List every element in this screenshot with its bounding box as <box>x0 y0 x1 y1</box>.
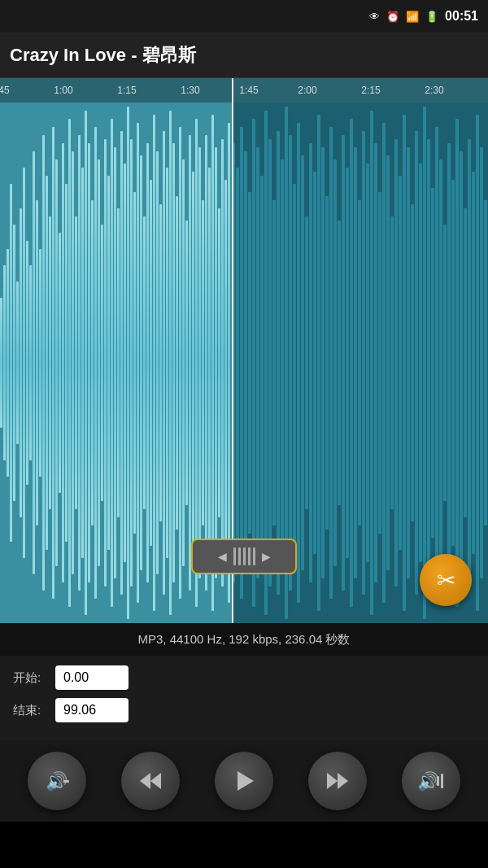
svg-rect-112 <box>394 139 398 587</box>
svg-rect-106 <box>370 111 373 615</box>
timeline-mark-4: 1:45 <box>239 85 258 96</box>
svg-rect-37 <box>120 131 123 595</box>
svg-rect-6 <box>20 208 22 517</box>
svg-rect-25 <box>81 168 84 558</box>
drag-handle[interactable]: ◀ ▶ <box>191 539 297 574</box>
svg-rect-93 <box>317 115 320 611</box>
start-label: 开始: <box>13 670 46 686</box>
svg-rect-14 <box>46 176 48 550</box>
svg-rect-70 <box>228 123 230 603</box>
svg-rect-33 <box>107 176 110 550</box>
scissors-button[interactable]: ✂ <box>420 554 472 606</box>
svg-rect-144 <box>441 774 443 788</box>
svg-rect-105 <box>366 164 369 562</box>
svg-rect-8 <box>26 241 28 485</box>
end-input[interactable] <box>55 698 129 722</box>
playback-controls: 🔊 🔊 <box>0 740 488 822</box>
svg-rect-49 <box>159 204 162 521</box>
svg-rect-16 <box>52 127 54 599</box>
svg-rect-26 <box>85 111 87 615</box>
svg-rect-17 <box>55 159 58 566</box>
svg-rect-117 <box>415 131 418 595</box>
svg-rect-87 <box>293 184 296 542</box>
end-time-row: 结束: <box>13 698 475 722</box>
svg-rect-59 <box>192 172 194 554</box>
svg-rect-41 <box>133 192 136 534</box>
svg-rect-18 <box>59 233 61 493</box>
svg-rect-123 <box>439 159 442 566</box>
svg-rect-27 <box>88 143 90 582</box>
svg-rect-131 <box>472 172 475 554</box>
svg-rect-58 <box>189 135 191 591</box>
drag-lines <box>233 547 255 565</box>
svg-rect-130 <box>468 139 471 587</box>
timeline-mark-0: 0:45 <box>0 85 10 96</box>
timeline-ruler: 0:45 1:00 1:15 1:30 1:45 2:00 2:15 2:30 <box>0 78 488 103</box>
svg-rect-74 <box>240 127 243 599</box>
svg-rect-19 <box>62 143 64 582</box>
svg-rect-99 <box>342 135 345 591</box>
timeline-mark-3: 1:30 <box>181 85 199 96</box>
svg-rect-116 <box>411 204 414 521</box>
svg-rect-15 <box>49 216 51 509</box>
svg-rect-22 <box>72 151 74 574</box>
signal-icon: 📶 <box>406 11 419 23</box>
svg-rect-111 <box>390 216 394 509</box>
svg-rect-119 <box>423 107 426 619</box>
svg-rect-97 <box>333 159 337 566</box>
svg-rect-30 <box>98 159 100 566</box>
svg-rect-109 <box>382 123 386 603</box>
svg-rect-56 <box>182 159 185 566</box>
svg-rect-107 <box>374 143 377 582</box>
drag-left-arrow: ◀ <box>218 550 227 563</box>
svg-rect-96 <box>329 127 333 599</box>
svg-rect-36 <box>117 208 120 517</box>
svg-rect-132 <box>476 115 479 611</box>
volume-up-button[interactable]: 🔊 <box>402 752 460 810</box>
waveform-container[interactable]: 0:45 1:00 1:15 1:30 1:45 2:00 2:15 2:30 <box>0 78 488 623</box>
svg-rect-9 <box>29 265 32 460</box>
svg-rect-67 <box>218 208 220 517</box>
svg-rect-34 <box>111 119 113 607</box>
svg-rect-73 <box>236 168 239 558</box>
alarm-icon: ⏰ <box>386 11 399 23</box>
svg-rect-94 <box>321 147 325 578</box>
svg-rect-86 <box>289 135 292 591</box>
svg-rect-127 <box>455 119 459 607</box>
svg-rect-47 <box>153 115 155 611</box>
fast-forward-button[interactable] <box>308 752 367 810</box>
svg-rect-95 <box>325 196 329 530</box>
svg-rect-38 <box>124 164 126 562</box>
svg-rect-39 <box>127 107 129 619</box>
volume-down-button[interactable]: 🔊 <box>28 752 86 810</box>
svg-rect-4 <box>13 225 15 501</box>
svg-rect-88 <box>297 123 300 603</box>
svg-rect-51 <box>166 168 168 558</box>
svg-rect-44 <box>143 216 146 509</box>
play-button[interactable] <box>215 752 273 810</box>
svg-rect-2 <box>7 249 9 477</box>
svg-rect-91 <box>309 143 312 582</box>
svg-rect-12 <box>39 249 41 477</box>
svg-marker-141 <box>338 773 348 789</box>
svg-rect-113 <box>399 176 402 550</box>
svg-marker-138 <box>150 773 161 789</box>
svg-rect-29 <box>94 127 97 599</box>
svg-rect-143 <box>437 776 439 786</box>
rewind-button[interactable] <box>121 752 180 810</box>
svg-rect-32 <box>104 139 107 587</box>
svg-rect-46 <box>150 180 152 546</box>
svg-rect-7 <box>23 168 25 558</box>
info-bar: MP3, 44100 Hz, 192 kbps, 236.04 秒数 <box>0 623 488 656</box>
timeline-mark-7: 2:30 <box>425 85 443 96</box>
svg-rect-114 <box>403 115 406 611</box>
timeline-mark-1: 1:00 <box>54 85 72 96</box>
svg-rect-23 <box>75 216 77 509</box>
svg-rect-62 <box>202 200 204 526</box>
svg-rect-126 <box>451 180 455 546</box>
svg-rect-45 <box>146 143 149 582</box>
start-input[interactable] <box>55 665 129 690</box>
svg-text:🔊: 🔊 <box>417 770 440 792</box>
end-label: 结束: <box>13 703 46 718</box>
svg-rect-57 <box>185 220 188 505</box>
